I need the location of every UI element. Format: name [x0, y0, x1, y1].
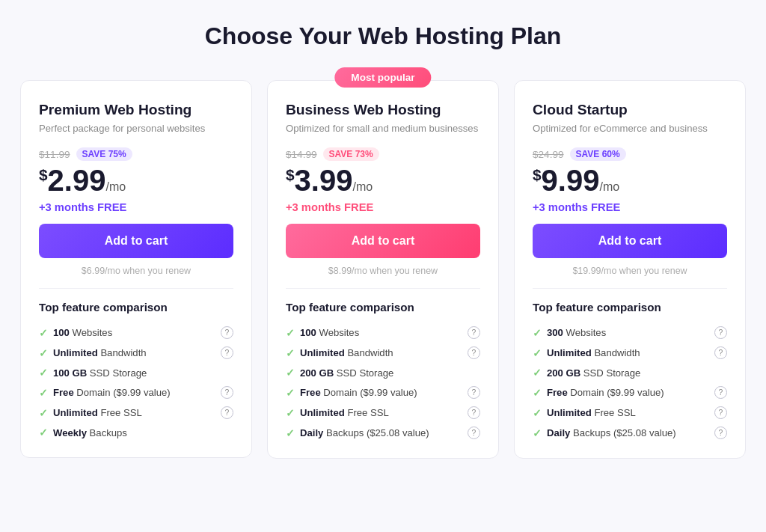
page-title: Choose Your Web Hosting Plan [15, 22, 751, 50]
info-icon-1-5[interactable]: ? [468, 426, 480, 439]
renew-text: $6.99/mo when you renew [39, 266, 233, 276]
check-icon: ✓ [39, 347, 48, 359]
feature-text: 100 Websites [300, 327, 359, 338]
feature-text: Daily Backups ($25.08 value) [300, 427, 429, 438]
feature-item: ✓ Weekly Backups [39, 423, 233, 442]
plan-name: Cloud Startup [533, 102, 727, 118]
feature-text: Daily Backups ($25.08 value) [547, 427, 676, 438]
feature-item: ✓ Unlimited Bandwidth ? [533, 343, 727, 363]
check-icon: ✓ [533, 327, 542, 339]
check-icon: ✓ [533, 387, 542, 399]
info-icon-1-4[interactable]: ? [468, 406, 480, 419]
price-main: $2.99/mo [39, 164, 233, 197]
info-icon-0-0[interactable]: ? [221, 326, 233, 339]
check-icon: ✓ [533, 407, 542, 419]
plan-card-business: Most popular Business Web Hosting Optimi… [267, 80, 499, 459]
check-icon: ✓ [533, 427, 542, 439]
feature-item: ✓ Unlimited Free SSL ? [533, 403, 727, 423]
plan-desc: Perfect package for personal websites [39, 123, 233, 134]
save-badge: SAVE 75% [76, 147, 132, 161]
original-price: $11.99 [39, 149, 70, 160]
feature-text: Weekly Backups [53, 427, 127, 438]
info-icon-1-0[interactable]: ? [468, 326, 480, 339]
plan-card-premium: Premium Web Hosting Perfect package for … [20, 80, 252, 458]
check-icon: ✓ [39, 426, 48, 438]
save-badge: SAVE 60% [570, 147, 626, 161]
info-icon-0-1[interactable]: ? [221, 346, 233, 359]
info-icon-1-1[interactable]: ? [468, 346, 480, 359]
check-icon: ✓ [286, 407, 295, 419]
feature-heading: Top feature comparison [533, 301, 727, 314]
feature-text: 100 GB SSD Storage [53, 367, 147, 379]
feature-item: ✓ 100 Websites ? [39, 322, 233, 343]
info-icon-0-4[interactable]: ? [221, 406, 233, 419]
feature-heading: Top feature comparison [39, 301, 233, 314]
feature-item: ✓ 300 Websites ? [533, 322, 727, 343]
plan-desc: Optimized for eCommerce and business [533, 123, 727, 134]
feature-item: ✓ Unlimited Free SSL ? [39, 403, 233, 423]
check-icon: ✓ [286, 427, 295, 439]
info-icon-2-5[interactable]: ? [714, 426, 727, 439]
pricing-row: $24.99 SAVE 60% [533, 147, 727, 161]
pricing-row: $11.99 SAVE 75% [39, 147, 233, 161]
plan-card-cloud: Cloud Startup Optimized for eCommerce an… [514, 80, 746, 459]
feature-item: ✓ 200 GB SSD Storage [533, 363, 727, 382]
feature-text: 100 Websites [53, 327, 112, 338]
info-icon-2-3[interactable]: ? [714, 386, 727, 399]
feature-item: ✓ 200 GB SSD Storage [286, 363, 480, 382]
feature-item: ✓ Daily Backups ($25.08 value) ? [286, 423, 480, 443]
check-icon: ✓ [39, 367, 48, 379]
feature-text: Unlimited Free SSL [547, 407, 636, 418]
feature-item: ✓ Free Domain ($9.99 value) ? [286, 382, 480, 403]
renew-text: $8.99/mo when you renew [286, 266, 480, 276]
plan-desc: Optimized for small and medium businesse… [286, 123, 480, 134]
feature-text: Unlimited Free SSL [300, 407, 389, 418]
feature-item: ✓ Unlimited Bandwidth ? [286, 343, 480, 363]
check-icon: ✓ [533, 347, 542, 359]
feature-item: ✓ Unlimited Bandwidth ? [39, 343, 233, 363]
divider [286, 288, 480, 289]
popular-badge: Most popular [334, 67, 431, 88]
feature-text: Unlimited Bandwidth [53, 347, 147, 358]
info-icon-1-3[interactable]: ? [468, 386, 480, 399]
plan-name: Business Web Hosting [286, 102, 480, 118]
pricing-row: $14.99 SAVE 73% [286, 147, 480, 161]
add-to-cart-button-cloud[interactable]: Add to cart [533, 224, 727, 258]
renew-text: $19.99/mo when you renew [533, 266, 727, 276]
save-badge: SAVE 73% [323, 147, 379, 161]
check-icon: ✓ [286, 367, 295, 379]
price-main: $9.99/mo [533, 164, 727, 197]
feature-text: Free Domain ($9.99 value) [547, 387, 664, 398]
divider [39, 288, 233, 289]
feature-text: Unlimited Free SSL [53, 407, 142, 418]
feature-item: ✓ Free Domain ($9.99 value) ? [533, 382, 727, 403]
plans-container: Premium Web Hosting Perfect package for … [16, 80, 750, 459]
check-icon: ✓ [39, 387, 48, 399]
feature-text: 300 Websites [547, 327, 606, 338]
check-icon: ✓ [533, 367, 542, 379]
feature-text: 200 GB SSD Storage [300, 367, 393, 379]
info-icon-2-4[interactable]: ? [714, 406, 727, 419]
feature-text: Free Domain ($9.99 value) [53, 387, 171, 398]
info-icon-2-0[interactable]: ? [714, 326, 727, 339]
price-main: $3.99/mo [286, 164, 480, 197]
feature-list: ✓ 100 Websites ? ✓ Unlimited Bandwidth ?… [286, 322, 480, 443]
check-icon: ✓ [286, 327, 295, 339]
feature-text: 200 GB SSD Storage [547, 367, 640, 379]
plan-name: Premium Web Hosting [39, 102, 233, 118]
feature-item: ✓ Daily Backups ($25.08 value) ? [533, 423, 727, 443]
info-icon-0-3[interactable]: ? [221, 386, 233, 399]
add-to-cart-button-premium[interactable]: Add to cart [39, 224, 233, 258]
feature-item: ✓ Free Domain ($9.99 value) ? [39, 382, 233, 403]
feature-heading: Top feature comparison [286, 301, 480, 314]
info-icon-2-1[interactable]: ? [714, 346, 727, 359]
feature-list: ✓ 100 Websites ? ✓ Unlimited Bandwidth ?… [39, 322, 233, 442]
feature-item: ✓ 100 Websites ? [286, 322, 480, 343]
check-icon: ✓ [39, 407, 48, 419]
check-icon: ✓ [286, 347, 295, 359]
original-price: $14.99 [286, 149, 317, 160]
original-price: $24.99 [533, 149, 564, 160]
add-to-cart-button-business[interactable]: Add to cart [286, 224, 480, 258]
feature-item: ✓ Unlimited Free SSL ? [286, 403, 480, 423]
free-months: +3 months FREE [533, 201, 727, 213]
